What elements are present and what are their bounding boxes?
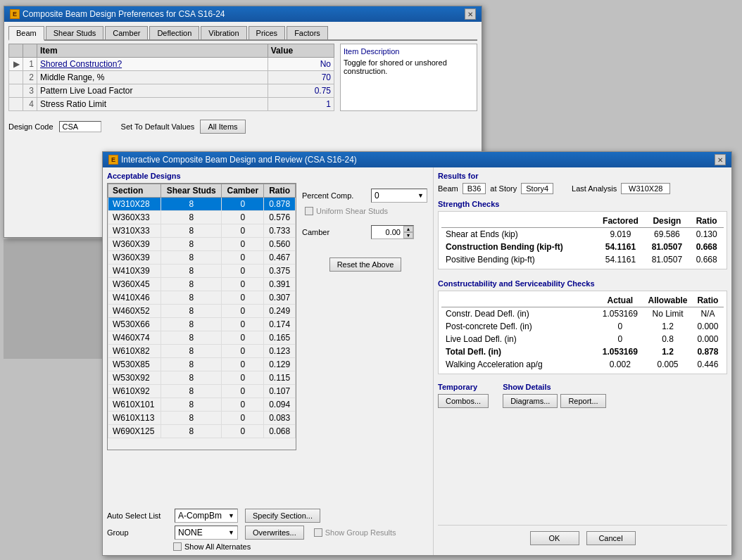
service-actual: 1.053169 (597, 345, 644, 358)
table-row[interactable]: W360X39 8 0 0.467 (108, 251, 296, 265)
ok-button[interactable]: OK (530, 531, 579, 545)
tab-vibration[interactable]: Vibration (201, 26, 246, 39)
table-row[interactable]: W310X33 8 0 0.733 (108, 224, 296, 238)
tab-camber[interactable]: Camber (105, 26, 148, 39)
camber-cell: 0 (222, 251, 264, 265)
diagrams-button[interactable]: Diagrams... (503, 394, 558, 408)
shear-studs-cell: 8 (161, 385, 222, 398)
show-group-checkbox[interactable] (314, 528, 322, 537)
ratio-cell: 0.560 (264, 238, 296, 251)
camber-spinner[interactable]: 0.00 ▲ ▼ (371, 225, 414, 239)
camber-down-button[interactable]: ▼ (403, 232, 413, 238)
section-cell: W610X82 (108, 345, 161, 358)
service-ratio: 0.446 (692, 358, 724, 371)
camber-cell: 0 (222, 425, 264, 438)
acceptable-designs-table-wrap[interactable]: Section Shear Studs Camber Ratio W310X28… (107, 183, 296, 450)
table-row[interactable]: W530X66 8 0 0.174 (108, 318, 296, 331)
shear-studs-cell: 8 (161, 371, 222, 385)
ratio-cell: 0.576 (264, 211, 296, 224)
story-value: Story4 (521, 183, 553, 194)
percent-comp-dropdown[interactable]: 0 ▼ (371, 189, 427, 203)
strength-table: Factored Design Ratio Shear at Ends (kip… (441, 215, 724, 266)
specify-section-button[interactable]: Specify Section... (245, 509, 320, 523)
service-ratio: 0.000 (692, 320, 724, 333)
row-num: ▶ (9, 58, 23, 71)
strength-design: 69.586 (644, 228, 689, 241)
strength-factored: 9.019 (597, 228, 645, 241)
col-ratio: Ratio (264, 184, 296, 198)
camber-cell: 0 (222, 345, 264, 358)
shear-studs-cell: 8 (161, 318, 222, 331)
set-defaults-label: Set To Default Values (121, 122, 195, 131)
service-actual: 0.002 (597, 358, 644, 371)
table-row[interactable]: W310X28 8 0 0.878 (108, 198, 296, 211)
ratio-cell: 0.467 (264, 251, 296, 265)
ratio-cell: 0.083 (264, 412, 296, 425)
beam-label: Beam (438, 184, 458, 193)
prefs-data-table: Item Value ▶ 1 Shored Construction? No 2… (8, 44, 334, 111)
tab-deflection[interactable]: Deflection (149, 26, 199, 39)
table-row[interactable]: W690X125 8 0 0.068 (108, 425, 296, 438)
show-all-checkbox[interactable] (173, 542, 182, 551)
section-cell: W360X39 (108, 251, 161, 265)
table-row[interactable]: W530X85 8 0 0.129 (108, 358, 296, 371)
service-actual: 1.053169 (597, 307, 644, 321)
service-allowable: 0.8 (643, 333, 692, 345)
strength-item: Shear at Ends (kip) (441, 228, 597, 241)
section-cell: W610X113 (108, 412, 161, 425)
camber-cell: 0 (222, 412, 264, 425)
right-panel: Results for Beam B36 at Story Story4 Las… (434, 167, 731, 555)
shear-studs-cell: 8 (161, 211, 222, 224)
col-section: Section (108, 184, 161, 198)
tab-beam[interactable]: Beam (8, 26, 44, 41)
group-dropdown[interactable]: NONE ▼ (175, 526, 238, 540)
table-row[interactable]: W610X113 8 0 0.083 (108, 412, 296, 425)
service-row: Total Defl. (in) 1.053169 1.2 0.878 (441, 345, 724, 358)
camber-cell: 0 (222, 291, 264, 305)
table-row[interactable]: W360X39 8 0 0.560 (108, 238, 296, 251)
table-row[interactable]: W610X82 8 0 0.123 (108, 345, 296, 358)
service-allowable: 1.2 (643, 320, 692, 333)
uniform-shear-checkbox[interactable] (305, 207, 313, 215)
auto-select-dropdown[interactable]: A-CompBm ▼ (175, 509, 238, 523)
item-description-panel: Item Description Toggle for shored or un… (340, 44, 477, 111)
last-analysis-label: Last Analysis (572, 184, 617, 193)
service-item: Total Defl. (in) (441, 345, 597, 358)
prefs-table-row[interactable]: 3 Pattern Live Load Factor 0.75 (9, 84, 334, 98)
strength-checks-box: Factored Design Ratio Shear at Ends (kip… (438, 211, 727, 269)
design-code-value[interactable]: CSA (59, 121, 101, 132)
all-items-button[interactable]: All Items (200, 120, 245, 134)
combos-button[interactable]: Combos... (438, 394, 489, 408)
report-button[interactable]: Report... (560, 394, 605, 408)
row-value: 0.75 (268, 84, 334, 98)
table-row[interactable]: W610X101 8 0 0.094 (108, 398, 296, 412)
table-row[interactable]: W610X92 8 0 0.107 (108, 385, 296, 398)
strength-row: Shear at Ends (kip) 9.019 69.586 0.130 (441, 228, 724, 241)
table-row[interactable]: W410X39 8 0 0.375 (108, 265, 296, 278)
table-row[interactable]: W360X33 8 0 0.576 (108, 211, 296, 224)
main-close-button[interactable]: ✕ (715, 154, 726, 165)
cancel-button[interactable]: Cancel (586, 531, 636, 545)
camber-up-button[interactable]: ▲ (403, 226, 413, 232)
table-row[interactable]: W360X45 8 0 0.391 (108, 278, 296, 291)
row-value: 70 (268, 71, 334, 84)
tab-prices[interactable]: Prices (249, 26, 286, 39)
table-row[interactable]: W530X92 8 0 0.115 (108, 371, 296, 385)
overwrites-button[interactable]: Overwrites... (245, 526, 304, 540)
shear-studs-cell: 8 (161, 198, 222, 211)
ratio-cell: 0.123 (264, 345, 296, 358)
prefs-table-row[interactable]: 4 Stress Ratio Limit 1 (9, 98, 334, 111)
camber-cell: 0 (222, 224, 264, 238)
section-cell: W360X39 (108, 238, 161, 251)
prefs-close-button[interactable]: ✕ (465, 8, 476, 20)
shear-studs-cell: 8 (161, 278, 222, 291)
tab-shear-studs[interactable]: Shear Studs (46, 26, 104, 39)
prefs-table-row[interactable]: 2 Middle Range, % 70 (9, 71, 334, 84)
table-row[interactable]: W460X74 8 0 0.165 (108, 331, 296, 345)
prefs-table-row[interactable]: ▶ 1 Shored Construction? No (9, 58, 334, 71)
tab-factors[interactable]: Factors (287, 26, 328, 39)
table-row[interactable]: W460X52 8 0 0.249 (108, 305, 296, 318)
col-design: Design (644, 215, 689, 228)
reset-above-button[interactable]: Reset the Above (329, 257, 402, 272)
table-row[interactable]: W410X46 8 0 0.307 (108, 291, 296, 305)
